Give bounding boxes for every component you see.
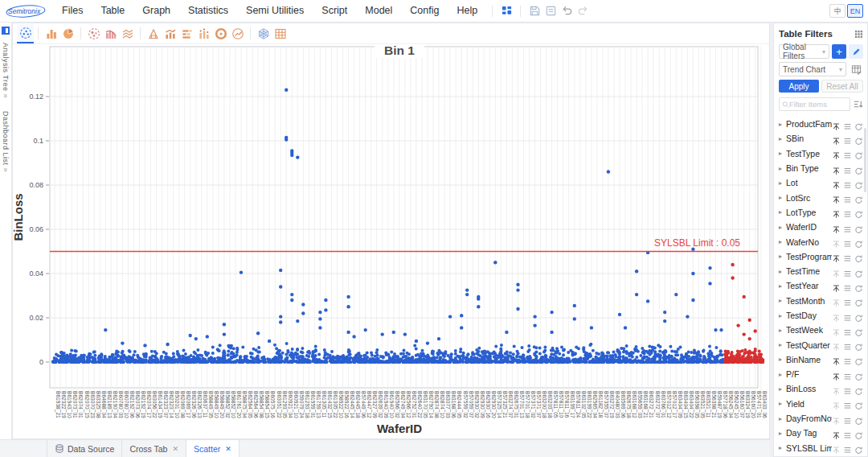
pin-icon[interactable] bbox=[832, 237, 841, 246]
pin-icon[interactable] bbox=[832, 223, 841, 232]
list-icon[interactable] bbox=[843, 120, 852, 129]
expand-caret-icon[interactable]: ▸ bbox=[779, 430, 786, 437]
reset-icon[interactable] bbox=[854, 326, 863, 335]
tab-scatter[interactable]: Scatter✕ bbox=[186, 440, 240, 457]
reset-icon[interactable] bbox=[854, 429, 863, 438]
list-icon[interactable] bbox=[843, 355, 852, 364]
list-icon[interactable] bbox=[843, 208, 852, 216]
dashboard-grid-icon[interactable] bbox=[498, 3, 514, 19]
list-icon[interactable] bbox=[843, 385, 852, 393]
expand-caret-icon[interactable]: ▸ bbox=[779, 415, 786, 422]
reset-icon[interactable] bbox=[854, 252, 863, 261]
expand-caret-icon[interactable]: ▸ bbox=[779, 400, 786, 407]
filter-item-binname[interactable]: ▸BinName bbox=[779, 352, 863, 367]
filter-item-testtype[interactable]: ▸TestType bbox=[779, 146, 863, 161]
menu-item-semi-utilities[interactable]: Semi Utilities bbox=[237, 0, 313, 22]
pin-icon[interactable] bbox=[832, 340, 841, 349]
panel-grid-icon[interactable] bbox=[854, 30, 863, 39]
filter-item-testtime[interactable]: ▸TestTime bbox=[779, 264, 863, 278]
pin-icon[interactable] bbox=[832, 443, 841, 452]
expand-caret-icon[interactable]: ▸ bbox=[779, 371, 786, 378]
filter-item-testquarter[interactable]: ▸TestQuarter bbox=[779, 337, 863, 352]
expand-caret-icon[interactable]: ▸ bbox=[779, 327, 786, 334]
expand-caret-icon[interactable]: ▸ bbox=[779, 341, 786, 348]
pin-icon[interactable] bbox=[832, 149, 841, 158]
list-icon[interactable] bbox=[843, 340, 852, 349]
sort-order-icon[interactable] bbox=[853, 99, 863, 109]
reset-all-button[interactable]: Reset All bbox=[821, 80, 863, 93]
scrollbar[interactable] bbox=[864, 128, 866, 192]
list-icon[interactable] bbox=[843, 326, 852, 335]
expand-caret-icon[interactable]: ▸ bbox=[779, 356, 786, 363]
list-icon[interactable] bbox=[843, 282, 852, 290]
expand-caret-icon[interactable]: ▸ bbox=[779, 165, 786, 172]
scatter-chart-icon[interactable] bbox=[17, 24, 34, 43]
menu-item-graph[interactable]: Graph bbox=[133, 0, 179, 22]
pin-icon[interactable] bbox=[832, 267, 841, 276]
expand-caret-icon[interactable]: ▸ bbox=[779, 194, 786, 201]
redo-icon[interactable] bbox=[575, 3, 591, 19]
reset-icon[interactable] bbox=[854, 193, 863, 202]
list-icon[interactable] bbox=[843, 179, 852, 187]
pin-icon[interactable] bbox=[832, 164, 841, 173]
reset-icon[interactable] bbox=[854, 399, 863, 408]
pin-icon[interactable] bbox=[832, 134, 841, 143]
pin-icon[interactable] bbox=[832, 414, 841, 423]
expand-caret-icon[interactable]: ▸ bbox=[779, 224, 786, 231]
menu-item-statistics[interactable]: Statistics bbox=[179, 0, 237, 22]
reset-icon[interactable] bbox=[854, 134, 863, 143]
apply-button[interactable]: Apply bbox=[779, 80, 819, 93]
reset-icon[interactable] bbox=[854, 208, 863, 216]
filter-item-sylsbl-limit[interactable]: ▸SYLSBL Limit bbox=[779, 441, 863, 455]
bar-chart-icon[interactable] bbox=[43, 24, 59, 43]
list-icon[interactable] bbox=[843, 164, 852, 173]
pin-icon[interactable] bbox=[832, 429, 841, 438]
filter-item-p-f[interactable]: ▸P/F bbox=[779, 367, 863, 381]
tab-data-source[interactable]: Data Source bbox=[47, 440, 122, 457]
list-icon[interactable] bbox=[843, 134, 852, 143]
pin-icon[interactable] bbox=[832, 252, 841, 261]
pin-icon[interactable] bbox=[832, 179, 841, 187]
filter-item-binloss[interactable]: ▸BinLoss bbox=[779, 381, 863, 396]
menu-item-table[interactable]: Table bbox=[92, 0, 133, 22]
reset-icon[interactable] bbox=[854, 267, 863, 276]
filter-item-lot[interactable]: ▸Lot bbox=[779, 175, 863, 190]
list-icon[interactable] bbox=[843, 443, 852, 452]
pin-icon[interactable] bbox=[832, 385, 841, 393]
filter-item-bin-type[interactable]: ▸Bin Type bbox=[779, 161, 863, 175]
reset-icon[interactable] bbox=[854, 311, 863, 320]
pin-icon[interactable] bbox=[832, 355, 841, 364]
expand-caret-icon[interactable]: ▸ bbox=[779, 208, 786, 216]
menu-item-config[interactable]: Config bbox=[401, 0, 448, 22]
pin-icon[interactable] bbox=[832, 399, 841, 408]
pin-icon[interactable] bbox=[832, 296, 841, 305]
pivot-grid-icon[interactable] bbox=[272, 24, 289, 43]
tab-cross-tab[interactable]: Cross Tab✕ bbox=[122, 440, 186, 457]
reset-icon[interactable] bbox=[854, 223, 863, 232]
filter-item-testprogram[interactable]: ▸TestProgram bbox=[779, 249, 863, 264]
filter-item-waferid[interactable]: ▸WaferID bbox=[779, 220, 863, 234]
close-tab-icon[interactable]: ✕ bbox=[225, 445, 231, 453]
reset-icon[interactable] bbox=[854, 414, 863, 423]
pin-icon[interactable] bbox=[832, 208, 841, 216]
filter-item-testyear[interactable]: ▸TestYear bbox=[779, 278, 863, 293]
save-icon[interactable] bbox=[526, 3, 542, 19]
expand-caret-icon[interactable]: ▸ bbox=[779, 282, 786, 290]
donut-chart-icon[interactable] bbox=[212, 24, 229, 43]
reset-icon[interactable] bbox=[854, 443, 863, 452]
list-icon[interactable] bbox=[843, 267, 852, 276]
pin-icon[interactable] bbox=[832, 193, 841, 202]
trend-arrow-chart-icon[interactable] bbox=[229, 24, 246, 43]
expand-caret-icon[interactable]: ▸ bbox=[779, 312, 786, 319]
expand-caret-icon[interactable]: ▸ bbox=[779, 121, 786, 128]
list-icon[interactable] bbox=[843, 429, 852, 438]
table-config-button[interactable] bbox=[849, 62, 863, 76]
menu-item-script[interactable]: Script bbox=[313, 0, 356, 22]
filter-item-dayfromnow[interactable]: ▸DayFromNow bbox=[779, 411, 863, 426]
pin-icon[interactable] bbox=[832, 282, 841, 290]
reset-icon[interactable] bbox=[854, 282, 863, 290]
pin-icon[interactable] bbox=[832, 311, 841, 320]
column-line-chart-icon[interactable] bbox=[162, 24, 178, 43]
filter-item-testmonth[interactable]: ▸TestMonth bbox=[779, 294, 863, 308]
list-icon[interactable] bbox=[843, 311, 852, 320]
